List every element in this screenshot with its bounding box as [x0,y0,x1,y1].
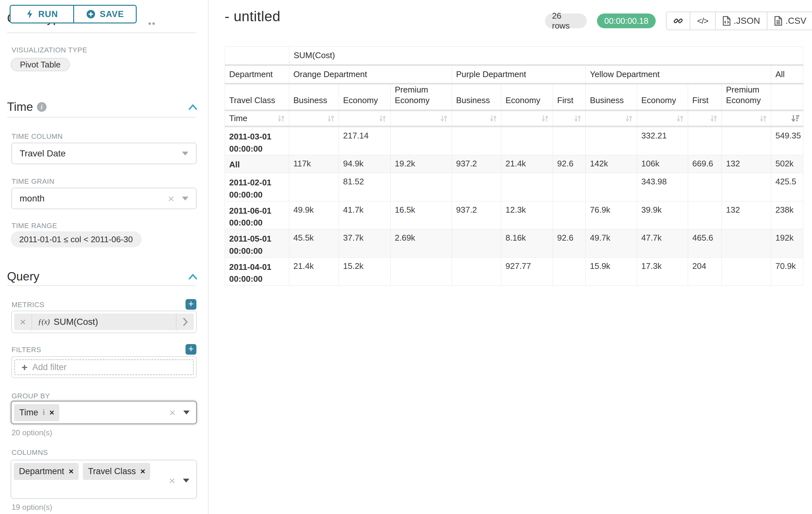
time-grain-label: TIME GRAIN [11,177,54,186]
chevron-up-icon[interactable] [188,104,198,110]
chevron-up-icon[interactable] [188,273,198,280]
pivot-table: SUM(Cost)DepartmentOrange DepartmentPurp… [225,46,803,286]
column-sort-cell[interactable] [452,110,501,127]
time-section-title: Time [7,100,33,114]
view-query-button[interactable]: </> [690,12,715,30]
sort-icon[interactable] [709,114,719,124]
chart-title: - untitled [225,8,281,24]
save-button[interactable]: SAVE [73,6,136,23]
sort-icon[interactable] [540,114,550,124]
value-cell: 927.77 [501,257,553,285]
value-cell: 502k [771,155,803,173]
sort-icon[interactable] [758,114,768,124]
export-json-button[interactable]: .JSON [715,12,767,30]
dimension-pill[interactable]: Travel Class× [83,463,150,480]
remove-icon[interactable]: × [50,408,54,417]
chevron-down-icon[interactable] [182,197,188,200]
remove-icon[interactable]: × [140,466,145,477]
column-sort-cell[interactable] [553,110,586,127]
column-sort-cell[interactable] [390,110,452,127]
value-cell: 192k [771,229,803,257]
time-range-pill[interactable]: 2011-01-01 ≤ col < 2011-06-30 [10,231,142,247]
column-sort-cell[interactable] [501,110,553,127]
clear-icon[interactable]: × [168,193,174,204]
column-sort-cell[interactable] [339,110,390,127]
time-grain-value: month [20,193,45,204]
column-leaf-header: Business [586,84,637,110]
add-filter-button[interactable]: + [185,344,196,355]
column-leaf-header: Premium Economy [722,84,771,110]
clear-icon[interactable]: × [169,407,176,418]
value-cell: 217.14 [339,127,390,155]
time-column-select[interactable]: Travel Date [11,143,197,164]
column-leaf-header: Economy [637,84,688,110]
add-filter-placeholder: Add filter [32,362,67,372]
add-metric-button[interactable]: + [185,299,196,310]
value-cell: 21.4k [289,257,339,285]
column-sort-cell[interactable] [637,110,688,127]
value-cell [722,173,771,201]
value-cell: 117k [289,155,339,173]
sort-icon[interactable] [378,114,387,124]
function-icon: ƒ(x) [38,318,50,326]
value-cell: 142k [586,155,637,173]
dimension-pill-label: Time [19,408,38,417]
column-leaf-header: First [688,84,722,110]
visualization-type-pill[interactable]: Pivot Table [10,58,70,71]
column-sort-cell[interactable] [688,110,722,127]
query-duration-badge: 00:00:00.18 [597,13,656,28]
sort-icon[interactable] [326,114,336,124]
filters-field: + Add filter [11,356,197,378]
sort-icon[interactable] [489,114,498,124]
sort-desc-active-icon[interactable] [790,114,800,124]
column-sort-cell[interactable] [586,110,637,127]
row-header-cell: 2011-06-01 00:00:00 [225,201,289,229]
table-row: 2011-02-01 00:00:0081.52343.98425.5 [225,173,803,201]
group-by-options-hint: 20 option(s) [11,428,52,437]
chevron-down-icon[interactable] [183,410,190,414]
value-cell: 19.2k [390,155,452,173]
dimension-pill[interactable]: Department× [14,463,79,480]
value-cell [452,173,501,201]
column-sort-cell[interactable] [771,110,803,127]
export-csv-button[interactable]: .CSV [767,12,812,30]
remove-icon[interactable]: × [69,466,74,477]
sort-icon[interactable] [276,114,286,124]
clear-icon[interactable]: × [169,475,175,486]
chevron-right-icon[interactable] [176,314,194,330]
value-cell: 669.6 [688,155,722,173]
metric-header-cell: SUM(Cost) [289,47,803,65]
remove-metric-icon[interactable]: × [14,314,32,330]
sort-icon[interactable] [439,114,449,124]
divider [7,285,196,286]
code-icon: </> [697,16,708,26]
value-cell: 332.21 [637,127,688,155]
chevron-down-icon[interactable] [182,152,188,156]
share-link-button[interactable] [667,12,690,30]
group-by-select[interactable]: Timei× × [10,401,197,424]
row-header-cell: All [225,155,289,173]
sort-icon[interactable] [675,114,685,124]
value-cell: 41.7k [339,201,390,229]
add-filter-dropzone[interactable]: + Add filter [14,359,194,375]
value-cell: 45.5k [289,229,339,257]
plus-circle-icon [86,9,96,19]
query-section-title: Query [7,270,39,283]
sort-icon[interactable] [624,114,634,124]
column-group-header: All [771,65,803,84]
sort-icon[interactable] [573,114,582,124]
chevron-up-icon [152,23,155,25]
run-button[interactable]: RUN [10,6,73,23]
time-grain-select[interactable]: month × [11,188,197,209]
value-cell [390,257,452,285]
metric-item[interactable]: × ƒ(x) SUM(Cost) [14,314,194,330]
value-cell [722,127,771,155]
value-cell [688,173,722,201]
column-sort-cell[interactable] [722,110,771,127]
chevron-down-icon[interactable] [183,479,190,483]
column-sort-cell[interactable] [289,110,339,127]
column-leaf-header: Economy [339,84,390,110]
columns-select[interactable]: Department×Travel Class× × [10,460,197,499]
dimension-pill[interactable]: Timei× [14,404,59,421]
value-cell: 15.9k [586,257,637,285]
